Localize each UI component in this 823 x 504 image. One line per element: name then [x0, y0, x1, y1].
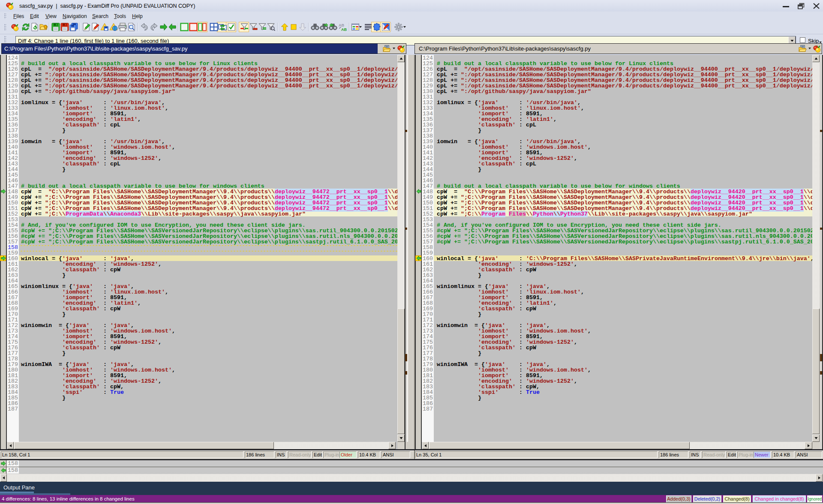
svg-text:AB: AB	[341, 27, 347, 31]
svg-text:AB: AB	[339, 23, 344, 27]
